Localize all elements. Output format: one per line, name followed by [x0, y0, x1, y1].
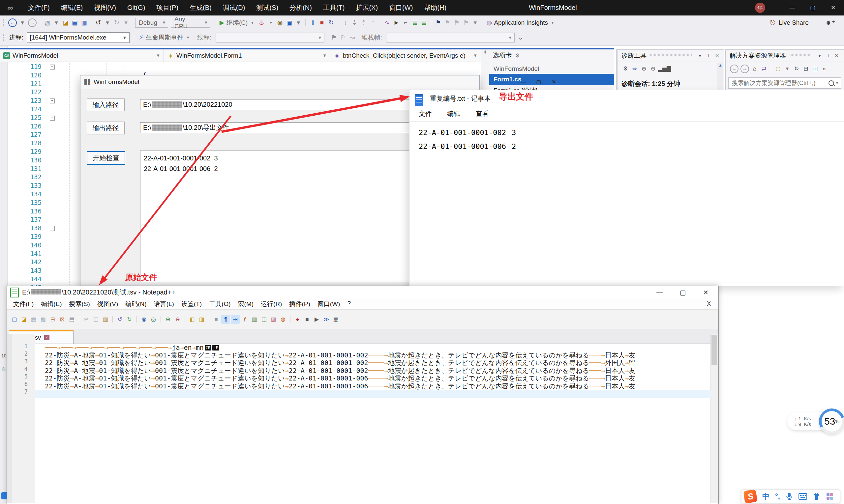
toolbar-icon[interactable]: ▥ — [80, 18, 88, 28]
ime-toolbar[interactable]: S 中 °, — [741, 489, 840, 503]
vs-menu-item[interactable]: 调试(D) — [217, 0, 251, 16]
notepadpp-toolbar-icon[interactable]: ¶ — [221, 315, 230, 324]
toolbar-drag-handle[interactable] — [3, 18, 5, 27]
diagnostics-toolbar-icon[interactable]: ⊖ — [649, 64, 657, 74]
toolbar-icon[interactable]: ⌐ — [401, 18, 410, 28]
user-avatar[interactable]: 剑1 — [755, 3, 765, 13]
chevron-down-icon[interactable]: ▾ — [548, 18, 557, 28]
application-insights-dropdown[interactable]: Application Insights — [494, 19, 548, 26]
toolbar-icon[interactable]: ≣ — [420, 18, 428, 28]
notepadpp-toolbar-icon[interactable]: ≫ — [322, 315, 331, 324]
notepadpp-menu-item[interactable]: 编辑(E) — [37, 300, 65, 308]
solution-toolbar-icon[interactable]: ⇄ — [760, 64, 768, 74]
notepadpp-menu-item[interactable]: 编码(N) — [122, 300, 150, 308]
toolbar-icon[interactable]: ⇡ — [359, 18, 368, 28]
solution-toolbar-icon[interactable]: ▾ — [783, 64, 792, 74]
scrollbar-thumb[interactable] — [711, 335, 717, 365]
notepadpp-toolbar-icon[interactable]: ◪ — [19, 315, 28, 324]
output-path-button[interactable]: 输出路径 — [87, 122, 125, 134]
toolbar-icon[interactable]: ▾ — [52, 18, 61, 28]
toolbar-icon[interactable]: ▤ — [71, 18, 79, 28]
vs-menu-item[interactable]: 文件(F) — [22, 0, 55, 16]
notepadpp-menu-item[interactable]: 视图(V) — [93, 300, 122, 308]
bookmark-icon[interactable]: ▾ — [471, 18, 479, 28]
vs-minimize-button[interactable]: — — [782, 0, 803, 16]
solution-toolbar-icon[interactable]: ⊟ — [802, 64, 810, 74]
winforms-minimize-button[interactable]: — — [516, 75, 531, 89]
continue-play-icon[interactable]: ▶ — [218, 18, 226, 28]
notepadpp-menu-item[interactable]: 宏(M) — [235, 300, 257, 308]
project-dropdown[interactable]: C# WinFormsModel ▼ — [0, 49, 164, 61]
toolbar-icon[interactable]: ↻ — [327, 18, 335, 28]
notepadpp-toolbar-icon[interactable]: ƒ — [240, 315, 249, 324]
notepadpp-menu-item[interactable]: ? — [344, 300, 355, 308]
toolbar-icon[interactable]: ↺ — [94, 18, 103, 28]
toolbar-icon[interactable]: ▾ — [18, 18, 27, 28]
notepadpp-toolbar-icon[interactable]: ▶ — [312, 315, 321, 324]
solution-toolbar-icon[interactable]: ← — [730, 65, 739, 73]
notepadpp-toolbar-icon[interactable]: ■ — [303, 315, 312, 324]
battery-percent-widget[interactable]: 53% — [819, 409, 844, 434]
tab-close-icon[interactable]: ✕ — [44, 335, 49, 340]
notepadpp-content[interactable]: 1234567 ───→───→───→───→───→───→───→───→… — [6, 343, 711, 504]
notepad-menu-item[interactable]: 编辑 — [443, 107, 465, 120]
gear-icon[interactable]: ⚙ — [515, 52, 520, 59]
fold-collapse-box[interactable]: − — [50, 98, 55, 104]
vs-menu-item[interactable]: 项目(P) — [151, 0, 184, 16]
thread-dropdown[interactable]: ▼ — [216, 33, 324, 42]
notepadpp-toolbar-icon[interactable]: ▤ — [67, 315, 76, 324]
fold-collapse-box[interactable]: − — [50, 115, 55, 121]
dock-tab-label[interactable]: 自 — [1, 366, 6, 372]
toolbar-icon[interactable]: ▾ — [103, 18, 112, 28]
bookmark-icon[interactable]: ⚑ — [434, 18, 443, 28]
toolbar-icon[interactable]: ‖ — [308, 18, 317, 28]
solution-toolbar-icon[interactable]: ⌂ — [751, 64, 759, 74]
solution-toolbar-icon[interactable]: ◫ — [811, 64, 819, 74]
notepadpp-menu-item[interactable]: 窗口(W) — [314, 300, 344, 308]
chevron-down-icon[interactable]: ▾ — [248, 18, 257, 28]
notepadpp-toolbar-icon[interactable]: ◎ — [149, 315, 158, 324]
vs-menu-item[interactable]: Git(G) — [122, 0, 151, 16]
notepadpp-toolbar-icon[interactable]: ↺ — [115, 315, 124, 324]
notepadpp-menu-item[interactable]: 插件(P) — [286, 300, 313, 308]
method-dropdown[interactable]: ◆ btnCheck_Click(object sender, EventArg… — [330, 49, 481, 61]
lifecycle-events-button[interactable]: 生命周期事件 — [146, 33, 183, 42]
tab-group-winformsmodel[interactable]: WinFormsModel — [489, 64, 614, 74]
platform-dropdown[interactable]: Any CPU▼ — [171, 18, 210, 28]
notepadpp-close-button[interactable]: ✕ — [699, 289, 713, 296]
stack-frame-dropdown[interactable]: ▼ — [386, 33, 515, 42]
vs-menu-item[interactable]: 工具(T) — [317, 0, 350, 16]
notepadpp-toolbar-icon[interactable]: ↻ — [125, 315, 134, 324]
continue-button[interactable]: 继续(C) — [226, 18, 247, 27]
notepadpp-maximize-button[interactable]: ▢ — [675, 289, 690, 296]
flag-icon[interactable]: ⚑ — [330, 33, 338, 42]
toolbar-icon[interactable]: ≣ — [411, 18, 419, 28]
toolbar-icon[interactable]: ◉ — [276, 18, 284, 28]
close-icon[interactable]: ✕ — [713, 53, 721, 59]
fold-collapse-box[interactable]: − — [50, 65, 55, 70]
vs-menu-item[interactable]: 编辑(E) — [55, 0, 89, 16]
dock-tab-label[interactable]: 10 — [1, 353, 6, 358]
input-path-button[interactable]: 输入路径 — [87, 98, 125, 111]
toolbar-icon[interactable]: ■ — [317, 18, 326, 28]
notepadpp-toolbar-icon[interactable]: ◧ — [188, 315, 196, 324]
close-icon[interactable]: ✕ — [832, 53, 841, 59]
notepadpp-toolbar-icon[interactable]: ▢ — [10, 315, 19, 324]
notepadpp-title-bar[interactable]: E:\\10.20\20221020\测试.tsv - Notepad++ — … — [7, 286, 718, 299]
chevron-down-icon[interactable]: ▾ — [836, 81, 838, 85]
toolbar-icon[interactable]: ▣ — [285, 18, 293, 28]
notepadpp-menu-close[interactable]: X — [703, 301, 714, 307]
notepadpp-toolbar-icon[interactable]: ⊕ — [163, 315, 172, 324]
notepadpp-toolbar-icon[interactable]: ▩ — [38, 315, 48, 324]
notepadpp-toolbar-icon[interactable]: ⊠ — [58, 315, 67, 324]
solution-toolbar-icon[interactable]: » — [820, 64, 828, 74]
notepadpp-menu-item[interactable]: 设置(T) — [178, 300, 205, 308]
sogou-logo-icon[interactable]: S — [743, 489, 758, 504]
live-share-button[interactable]: Live Share — [779, 19, 809, 26]
toolbar-icon[interactable]: ↓ — [341, 18, 349, 28]
diagnostics-toolbar-icon[interactable]: ⊕ — [640, 64, 648, 74]
split-editor-icon[interactable]: ⇕ — [483, 49, 487, 55]
notepadpp-menu-item[interactable]: 工具(O) — [205, 300, 234, 308]
toolbox-grid-icon[interactable] — [826, 493, 833, 500]
diagnostics-toolbar-icon[interactable]: ⇨ — [630, 64, 639, 74]
